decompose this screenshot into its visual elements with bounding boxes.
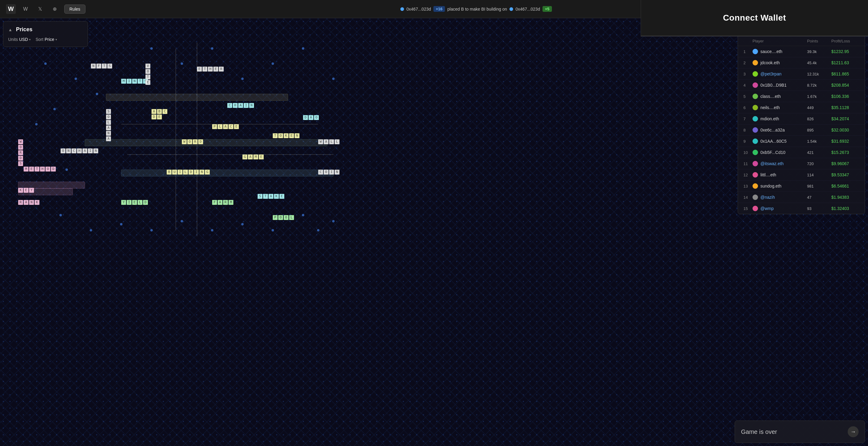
player-name[interactable]: @pet3rpan bbox=[761, 71, 781, 76]
units-chevron-icon: ▾ bbox=[29, 38, 31, 41]
svg-text:W: W bbox=[320, 140, 322, 144]
row-rank: 3 bbox=[743, 72, 752, 76]
svg-point-259 bbox=[332, 220, 335, 222]
row-player: jdcook.eth bbox=[752, 60, 807, 65]
svg-text:D: D bbox=[145, 200, 147, 204]
row-points: 1.54k bbox=[807, 139, 831, 144]
player-avatar bbox=[752, 161, 758, 166]
svg-text:E: E bbox=[260, 155, 262, 159]
svg-text:N: N bbox=[95, 149, 97, 153]
svg-text:L: L bbox=[291, 216, 293, 219]
row-player: sundog.eth bbox=[752, 183, 807, 189]
svg-text:O: O bbox=[107, 115, 110, 119]
svg-text:V: V bbox=[147, 64, 149, 68]
svg-text:E: E bbox=[134, 200, 136, 204]
svg-text:E: E bbox=[158, 115, 161, 119]
player-name[interactable]: @itswaz.eth bbox=[761, 161, 783, 166]
leaderboard-columns: Player Points Profit/Loss bbox=[738, 36, 865, 46]
svg-text:T: T bbox=[139, 79, 141, 83]
row-points: 45.4k bbox=[807, 61, 831, 65]
leaderboard-row: 15 @wmp 93 $1.32403 bbox=[738, 203, 865, 214]
row-points: 47 bbox=[807, 195, 831, 200]
row-points: 720 bbox=[807, 161, 831, 166]
svg-point-244 bbox=[211, 47, 213, 50]
player-name[interactable]: @wmp bbox=[761, 206, 774, 211]
svg-text:C: C bbox=[230, 125, 232, 128]
player-name[interactable]: @nazih bbox=[761, 195, 775, 200]
leaderboard-row: 3 @pet3rpan 12.31k $611.865 bbox=[738, 68, 865, 80]
svg-text:W: W bbox=[20, 140, 22, 144]
player-name: sundog.eth bbox=[761, 184, 781, 188]
col-points-header: Points bbox=[807, 39, 831, 43]
svg-text:S: S bbox=[20, 161, 22, 165]
player-avatar bbox=[752, 150, 758, 155]
row-points: 981 bbox=[807, 184, 831, 188]
svg-text:C: C bbox=[73, 149, 75, 153]
leaderboard-row: 14 @nazih 47 $1.94383 bbox=[738, 192, 865, 203]
sort-control[interactable]: Sort Price ▾ bbox=[35, 37, 57, 42]
wordmark-icon[interactable]: W bbox=[21, 4, 30, 14]
row-profit: $1232.95 bbox=[831, 49, 859, 54]
svg-point-240 bbox=[35, 123, 38, 125]
connect-wallet-button[interactable]: Connect Wallet bbox=[723, 13, 786, 23]
row-player: neils....eth bbox=[752, 105, 807, 110]
discord-icon[interactable]: ⊕ bbox=[50, 4, 59, 14]
player-name: class....eth bbox=[761, 94, 781, 99]
row-profit: $1.32403 bbox=[831, 206, 859, 211]
row-player: littl....eth bbox=[752, 172, 807, 178]
svg-text:A: A bbox=[240, 103, 242, 107]
svg-text:A: A bbox=[310, 116, 312, 119]
svg-text:N: N bbox=[68, 149, 70, 153]
units-control[interactable]: Units USD ▾ bbox=[8, 37, 31, 42]
svg-text:E: E bbox=[198, 67, 200, 71]
row-profit: $1.94383 bbox=[831, 195, 859, 200]
svg-text:A: A bbox=[224, 125, 227, 128]
svg-text:O: O bbox=[47, 167, 49, 171]
row-player: mdion.eth bbox=[752, 116, 807, 122]
prices-collapse-arrow[interactable]: ▲ bbox=[8, 27, 12, 32]
rules-button[interactable]: Rules bbox=[64, 4, 86, 13]
svg-text:M: M bbox=[255, 155, 257, 159]
sort-label: Sort bbox=[35, 37, 43, 42]
svg-text:N: N bbox=[336, 170, 338, 174]
svg-text:A: A bbox=[270, 194, 272, 198]
svg-text:O: O bbox=[280, 134, 282, 137]
svg-text:L: L bbox=[185, 170, 187, 174]
ticker-action: placed B to make BI building on bbox=[447, 7, 507, 11]
row-player: 0x1AA...60C5 bbox=[752, 138, 807, 144]
svg-text:C: C bbox=[229, 103, 231, 107]
units-label: Units bbox=[8, 37, 18, 42]
row-points: 39.3k bbox=[807, 50, 831, 54]
player-avatar bbox=[752, 105, 758, 110]
row-points: 12.31k bbox=[807, 72, 831, 76]
svg-text:F: F bbox=[214, 200, 216, 204]
twitter-icon[interactable]: 𝕏 bbox=[35, 4, 45, 14]
svg-text:B: B bbox=[158, 109, 161, 113]
svg-text:E: E bbox=[215, 67, 217, 71]
svg-text:D: D bbox=[305, 116, 307, 119]
svg-text:N: N bbox=[31, 200, 33, 204]
svg-text:I: I bbox=[331, 170, 333, 174]
row-rank: 11 bbox=[743, 161, 752, 166]
prices-panel: ▲ Prices Units USD ▾ Sort Price ▾ bbox=[3, 21, 88, 47]
player-avatar bbox=[752, 60, 758, 65]
connect-wallet-panel: Connect Wallet bbox=[641, 0, 868, 36]
svg-text:T: T bbox=[147, 75, 149, 79]
player-avatar bbox=[752, 138, 758, 144]
game-over-text: Game is over bbox=[741, 428, 777, 436]
game-over-arrow-button[interactable]: → bbox=[848, 426, 859, 437]
svg-text:A: A bbox=[249, 155, 252, 159]
svg-text:M: M bbox=[123, 79, 125, 83]
svg-text:T: T bbox=[103, 64, 105, 68]
row-player: class....eth bbox=[752, 94, 807, 99]
svg-text:K: K bbox=[276, 194, 278, 198]
leaderboard-row: 10 0xb5F...Cd10 421 $15.2673 bbox=[738, 147, 865, 158]
row-points: 421 bbox=[807, 150, 831, 155]
sort-chevron-icon: ▾ bbox=[56, 38, 57, 41]
row-rank: 12 bbox=[743, 173, 752, 177]
svg-text:R: R bbox=[20, 151, 22, 155]
logo-icon[interactable]: W bbox=[6, 4, 16, 14]
svg-point-245 bbox=[241, 77, 244, 80]
svg-point-258 bbox=[317, 229, 319, 231]
units-value: USD bbox=[19, 37, 28, 42]
